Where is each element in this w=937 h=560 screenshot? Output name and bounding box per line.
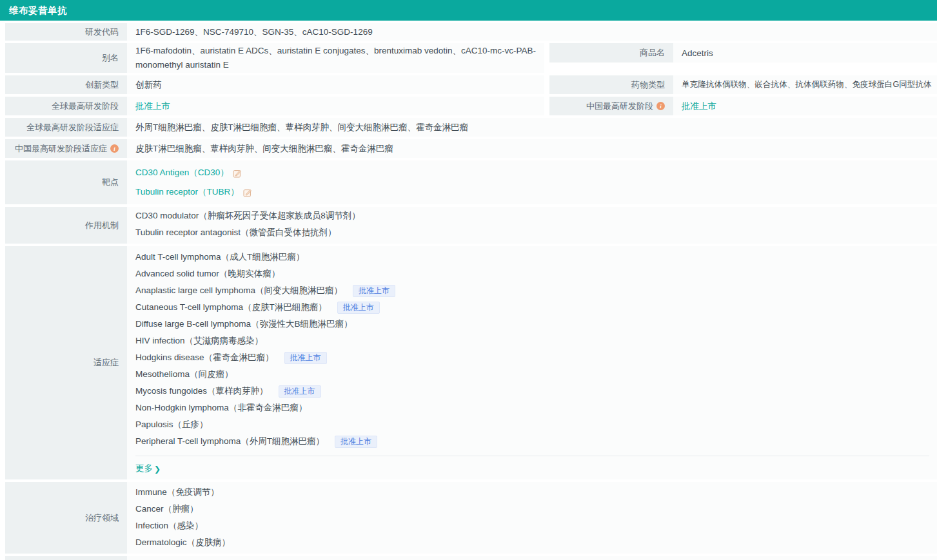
indication-text: Peripheral T-cell lymphoma（外周T细胞淋巴瘤） [135, 433, 324, 450]
approval-badge: 批准上市 [279, 385, 321, 398]
alias-label-cell: 别名 [5, 43, 127, 73]
target-item: Tubulin receptor（TUBR） [135, 182, 937, 202]
row-alias-brand: 别名 1F6-mafodotin、auristatin E ADCs、auris… [5, 43, 937, 73]
more-link[interactable]: 更多 [135, 463, 153, 474]
indication-text: Mesothelioma（间皮瘤） [135, 366, 233, 383]
moa-item: Tubulin receptor antagonist（微管蛋白受体拮抗剂） [135, 224, 937, 241]
global-stage-ind-label-cell: 全球最高研发阶段适应症 [5, 118, 127, 137]
indication-item: Adult T-cell lymphoma（成人T细胞淋巴瘤） [135, 249, 937, 266]
field-label: 全球最高研发阶段适应症 [26, 122, 119, 133]
innovation-value: 创新药 [127, 75, 544, 94]
dev-code-label-cell: 研发代码 [5, 23, 127, 41]
brand-value: Adcetris [673, 43, 937, 63]
approval-badge: 批准上市 [335, 436, 377, 448]
innovation-group: 创新类型 创新药 [5, 75, 544, 94]
dev-code-value: 1F6-SGD-1269、NSC-749710、SGN-35、cAC10-SGD… [127, 23, 937, 41]
field-label: 中国最高研发阶段适应症 [15, 143, 107, 155]
alias-value-cell: 1F6-mafodotin、auristatin E ADCs、auristat… [127, 43, 544, 73]
indication-item: Hodgkins disease（霍奇金淋巴瘤） 批准上市 [135, 349, 937, 366]
china-stage-link[interactable]: 批准上市 [682, 101, 716, 112]
indication-text: Non-Hodgkin lymphoma（非霍奇金淋巴瘤） [135, 400, 307, 416]
row-partial: Antibody drug conjugate（抗体偶联药物） [5, 556, 937, 560]
indication-text: Cutaneous T-cell lymphoma（皮肤T淋巴细胞瘤） [135, 299, 327, 316]
row-stages: 全球最高研发阶段 批准上市 中国最高研发阶段 i 批准上市 [5, 97, 937, 115]
indication-item: HIV infection（艾滋病病毒感染） [135, 333, 937, 349]
field-label: 创新类型 [85, 79, 119, 91]
field-label: 作用机制 [85, 220, 119, 231]
row-global-stage-indications: 全球最高研发阶段适应症 外周T细胞淋巴瘤、皮肤T淋巴细胞瘤、蕈样肉芽肿、间变大细… [5, 118, 937, 137]
drug-profile-table: 研发代码 1F6-SGD-1269、NSC-749710、SGN-35、cAC1… [0, 21, 937, 560]
therapy-label-cell: 治疗领域 [5, 482, 127, 554]
global-stage-value-cell: 批准上市 [127, 97, 544, 115]
approval-badge: 批准上市 [353, 285, 395, 297]
field-label: 治疗领域 [85, 512, 119, 524]
indication-item: Cutaneous T-cell lymphoma（皮肤T淋巴细胞瘤） 批准上市 [135, 299, 937, 316]
drugtype-label-cell: 药物类型 [549, 75, 673, 94]
drug-name-title: 维布妥昔单抗 [9, 5, 67, 17]
field-label: 研发代码 [85, 26, 119, 38]
info-icon[interactable]: i [656, 102, 665, 110]
edit-icon[interactable] [233, 169, 242, 178]
edit-icon[interactable] [243, 188, 252, 197]
field-label: 商品名 [640, 47, 665, 59]
row-indications: 适应症 Adult T-cell lymphoma（成人T细胞淋巴瘤） Adva… [5, 246, 937, 479]
field-label: 全球最高研发阶段 [52, 101, 119, 112]
therapy-item: Infection（感染） [135, 517, 937, 534]
alias-group: 别名 1F6-mafodotin、auristatin E ADCs、auris… [5, 43, 544, 73]
global-stage-label-cell: 全球最高研发阶段 [5, 97, 127, 115]
therapy-item: Dermatologic（皮肤病） [135, 534, 937, 551]
global-stage-ind-value: 外周T细胞淋巴瘤、皮肤T淋巴细胞瘤、蕈样肉芽肿、间变大细胞淋巴瘤、霍奇金淋巴瘤 [127, 118, 937, 137]
row-innovation-drugtype: 创新类型 创新药 药物类型 单克隆抗体偶联物、嵌合抗体、抗体偶联药物、免疫球蛋白… [5, 75, 937, 94]
innovation-label-cell: 创新类型 [5, 75, 127, 94]
china-stage-value-cell: 批准上市 [673, 97, 937, 115]
row-dev-code: 研发代码 1F6-SGD-1269、NSC-749710、SGN-35、cAC1… [5, 23, 937, 41]
indication-text: Papulosis（丘疹） [135, 416, 208, 433]
global-stage-group: 全球最高研发阶段 批准上市 [5, 97, 544, 115]
indication-item: Papulosis（丘疹） [135, 416, 937, 433]
field-label: 靶点 [102, 177, 119, 188]
indication-item: Diffuse large B-cell lymphoma（弥漫性大B细胞淋巴瘤… [135, 316, 937, 333]
row-targets: 靶点 CD30 Antigen（CD30） Tubulin receptor（T… [5, 160, 937, 204]
target-link[interactable]: Tubulin receptor（TUBR） [135, 182, 239, 202]
targets-list: CD30 Antigen（CD30） Tubulin receptor（TUBR… [127, 160, 937, 204]
approval-badge: 批准上市 [284, 352, 327, 364]
chevron-right-icon[interactable]: ❯ [154, 465, 161, 474]
indication-text: Adult T-cell lymphoma（成人T细胞淋巴瘤） [135, 249, 304, 266]
field-label: 适应症 [94, 357, 119, 369]
partial-value: Antibody drug conjugate（抗体偶联药物） [127, 556, 937, 560]
indication-text: Hodgkins disease（霍奇金淋巴瘤） [135, 349, 274, 366]
row-therapy-areas: 治疗领域 Immune（免疫调节） Cancer（肿瘤） Infection（感… [5, 482, 937, 554]
china-stage-ind-value: 皮肤T淋巴细胞瘤、蕈样肉芽肿、间变大细胞淋巴瘤、霍奇金淋巴瘤 [127, 139, 937, 158]
therapy-list: Immune（免疫调节） Cancer（肿瘤） Infection（感染） De… [127, 482, 937, 554]
approval-badge: 批准上市 [337, 302, 380, 314]
indication-text: Advanced solid tumor（晚期实体瘤） [135, 266, 280, 282]
indication-text: Diffuse large B-cell lymphoma（弥漫性大B细胞淋巴瘤… [135, 316, 353, 333]
china-stage-label-cell: 中国最高研发阶段 i [549, 97, 673, 115]
china-stage-group: 中国最高研发阶段 i 批准上市 [549, 97, 937, 115]
moa-item: CD30 modulator（肿瘤坏死因子受体超家族成员8调节剂） [135, 208, 937, 224]
partial-label-cell [5, 556, 127, 560]
row-china-stage-indications: 中国最高研发阶段适应症 i 皮肤T淋巴细胞瘤、蕈样肉芽肿、间变大细胞淋巴瘤、霍奇… [5, 139, 937, 158]
target-item: CD30 Antigen（CD30） [135, 163, 937, 182]
therapy-item: Cancer（肿瘤） [135, 501, 937, 517]
brand-group: 商品名 Adcetris [549, 43, 937, 63]
indication-text: HIV infection（艾滋病病毒感染） [135, 333, 263, 349]
target-link[interactable]: CD30 Antigen（CD30） [135, 163, 229, 182]
targets-label-cell: 靶点 [5, 160, 127, 204]
indications-label-cell: 适应症 [5, 246, 127, 479]
indication-item: Non-Hodgkin lymphoma（非霍奇金淋巴瘤） [135, 400, 937, 416]
moa-list: CD30 modulator（肿瘤坏死因子受体超家族成员8调节剂） Tubuli… [127, 207, 937, 244]
indication-item: Peripheral T-cell lymphoma（外周T细胞淋巴瘤） 批准上… [135, 433, 937, 450]
page-title-bar: 维布妥昔单抗 [0, 0, 937, 21]
drugtype-group: 药物类型 单克隆抗体偶联物、嵌合抗体、抗体偶联药物、免疫球蛋白G同型抗体 [549, 75, 937, 94]
indication-item: Anaplastic large cell lymphoma（间变大细胞淋巴瘤）… [135, 282, 937, 299]
therapy-item: Immune（免疫调节） [135, 484, 937, 501]
row-moa: 作用机制 CD30 modulator（肿瘤坏死因子受体超家族成员8调节剂） T… [5, 207, 937, 244]
indication-text: Mycosis fungoides（蕈样肉芽肿） [135, 383, 268, 400]
china-stage-ind-label-cell: 中国最高研发阶段适应症 i [5, 139, 127, 158]
global-stage-link[interactable]: 批准上市 [135, 101, 170, 112]
info-icon[interactable]: i [110, 144, 119, 153]
indications-value-cell: Adult T-cell lymphoma（成人T细胞淋巴瘤） Advanced… [127, 246, 937, 479]
brand-label-cell: 商品名 [549, 43, 673, 63]
moa-label-cell: 作用机制 [5, 207, 127, 244]
